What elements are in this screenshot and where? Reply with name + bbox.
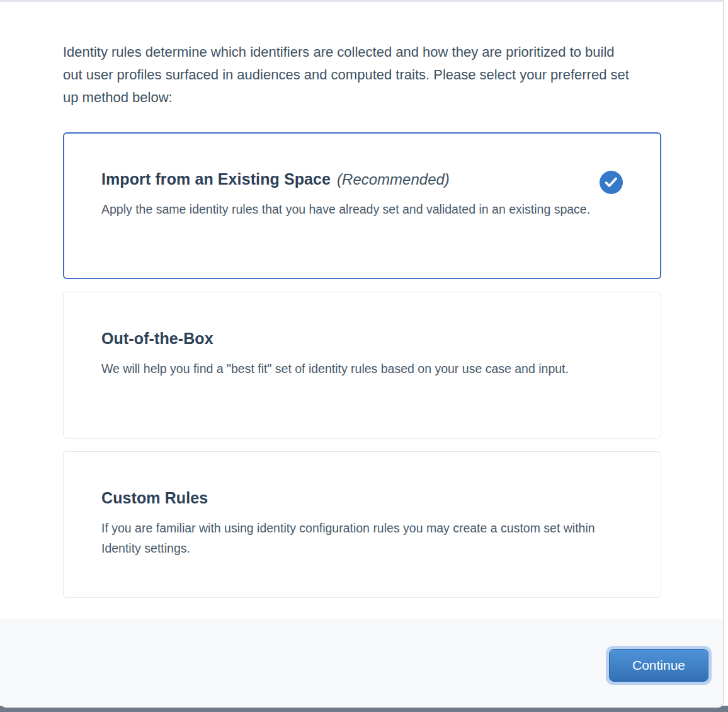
dialog-body: Identity rules determine which identifie…	[0, 2, 723, 619]
card-description: Apply the same identity rules that you h…	[101, 199, 625, 219]
continue-button[interactable]: Continue	[609, 649, 708, 682]
card-description: If you are familiar with using identity …	[101, 518, 625, 558]
check-icon	[600, 171, 623, 194]
recommended-badge: (Recommended)	[337, 171, 450, 188]
option-card-out-of-the-box[interactable]: Out-of-the-Box We will help you find a "…	[63, 292, 661, 439]
card-title: Custom Rules	[101, 489, 208, 507]
continue-button-focus-ring: Continue	[606, 646, 712, 685]
card-title: Import from an Existing Space	[101, 170, 331, 188]
card-title: Out-of-the-Box	[101, 330, 213, 348]
option-card-custom-rules[interactable]: Custom Rules If you are familiar with us…	[63, 451, 661, 598]
intro-text: Identity rules determine which identifie…	[63, 41, 633, 109]
card-title-row: Out-of-the-Box	[101, 330, 623, 348]
option-card-import-existing-space[interactable]: Import from an Existing Space (Recommend…	[63, 132, 661, 279]
card-description: We will help you find a "best fit" set o…	[101, 359, 625, 379]
card-title-row: Custom Rules	[101, 489, 623, 507]
card-title-row: Import from an Existing Space (Recommend…	[101, 170, 623, 188]
dialog-footer: Continue	[0, 619, 723, 708]
identity-rules-setup-dialog: Identity rules determine which identifie…	[0, 0, 724, 708]
